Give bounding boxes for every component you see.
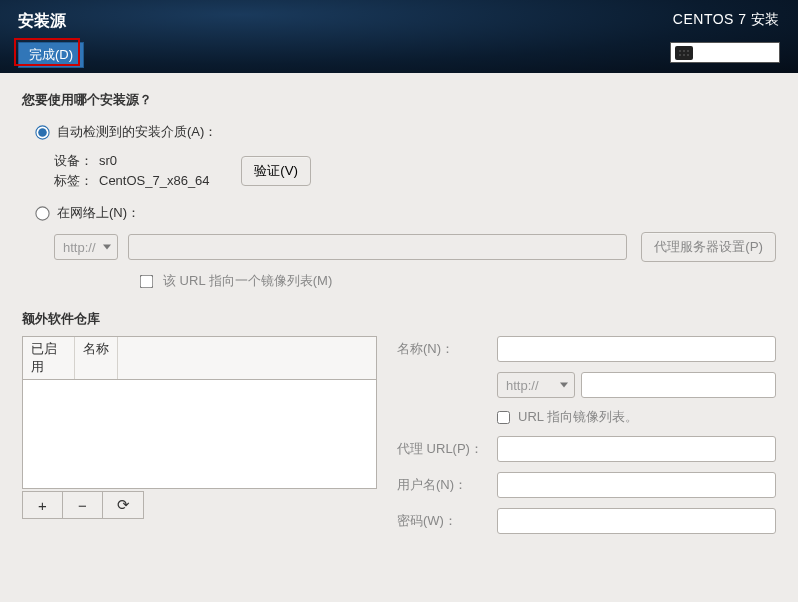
refresh-icon: ⟳ [117,496,130,514]
content-area: 您要使用哪个安装源？ 自动检测到的安装介质(A)： 设备： sr0 标签： Ce… [0,73,798,552]
repo-name-label: 名称(N)： [397,340,485,358]
keyboard-icon [675,46,693,60]
refresh-repo-button[interactable]: ⟳ [103,492,143,518]
source-question: 您要使用哪个安装源？ [22,91,776,109]
keyboard-layout-button[interactable]: cn [670,42,780,63]
add-repo-button[interactable]: + [23,492,63,518]
device-value: sr0 [99,151,117,171]
media-detail-block: 设备： sr0 标签： CentOS_7_x86_64 验证(V) [54,151,776,190]
repo-list-header: 已启用 名称 [23,337,376,380]
network-radio[interactable] [35,206,49,220]
auto-detect-radio[interactable] [35,125,49,139]
network-option-row: 在网络上(N)： [36,204,776,222]
repo-mirror-checkbox[interactable] [497,411,510,424]
mirror-list-row: 该 URL 指向一个镜像列表(M) [140,272,776,290]
repo-proxy-label: 代理 URL(P)： [397,440,485,458]
extra-repos-row: 已启用 名称 + − ⟳ 名称(N)： http:// [22,336,776,534]
auto-detect-label: 自动检测到的安装介质(A)： [57,123,217,141]
device-label: 设备： [54,151,93,171]
extra-repos-title: 额外软件仓库 [22,310,776,328]
repo-list-body[interactable] [23,380,376,488]
repo-mirror-label: URL 指向镜像列表。 [518,408,638,426]
repo-pass-input[interactable] [497,508,776,534]
repo-proxy-input[interactable] [497,436,776,462]
installer-title: CENTOS 7 安装 [673,11,780,29]
repo-pass-label: 密码(W)： [397,512,485,530]
tag-label: 标签： [54,171,93,191]
repo-list-toolbar: + − ⟳ [22,491,144,519]
mirror-list-label: 该 URL 指向一个镜像列表(M) [163,272,332,290]
tag-value: CentOS_7_x86_64 [99,171,210,191]
col-enabled-header[interactable]: 已启用 [23,337,75,379]
url-scheme-value: http:// [63,240,96,255]
repo-list: 已启用 名称 [22,336,377,489]
mirror-list-checkbox[interactable] [140,274,154,288]
remove-repo-button[interactable]: − [63,492,103,518]
proxy-settings-button[interactable]: 代理服务器设置(P) [641,232,776,262]
repo-form: 名称(N)： http:// URL 指向镜像列表。 代理 URL(P)： 用户… [397,336,776,534]
repo-scheme-value: http:// [506,378,539,393]
repo-user-label: 用户名(N)： [397,476,485,494]
network-label: 在网络上(N)： [57,204,140,222]
keyboard-layout-label: cn [699,45,714,60]
repo-name-input[interactable] [497,336,776,362]
repo-scheme-select[interactable]: http:// [497,372,575,398]
repo-url-input[interactable] [581,372,776,398]
url-input[interactable] [128,234,627,260]
repo-mirror-row: URL 指向镜像列表。 [497,408,776,426]
url-scheme-select[interactable]: http:// [54,234,118,260]
minus-icon: − [78,497,87,514]
repo-list-panel: 已启用 名称 + − ⟳ [22,336,377,519]
verify-button[interactable]: 验证(V) [241,156,311,186]
network-url-row: http:// 代理服务器设置(P) [54,232,776,262]
page-title: 安装源 [18,11,66,32]
col-name-header[interactable]: 名称 [75,337,118,379]
header: 安装源 CENTOS 7 安装 完成(D) cn [0,0,798,73]
done-button[interactable]: 完成(D) [18,42,84,68]
auto-detect-option-row: 自动检测到的安装介质(A)： [36,123,776,141]
repo-user-input[interactable] [497,472,776,498]
plus-icon: + [38,497,47,514]
